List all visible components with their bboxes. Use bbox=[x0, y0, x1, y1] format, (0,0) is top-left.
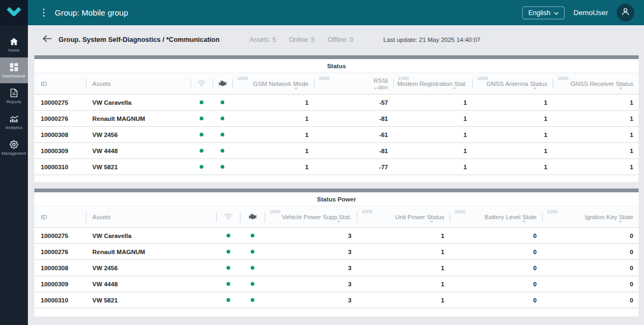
cell-rssi: -81 bbox=[314, 143, 393, 158]
sidebar-item-label: Analytics bbox=[5, 125, 23, 130]
column-label: GSM Network Mode bbox=[253, 81, 309, 87]
avatar[interactable] bbox=[617, 4, 634, 21]
status-ok-dot bbox=[200, 100, 203, 104]
sort-caret-icon bbox=[619, 82, 623, 92]
cell-engine bbox=[240, 244, 265, 259]
column-header-rssi[interactable]: 1000RSSIdBm bbox=[314, 73, 393, 94]
status-ok-dot bbox=[251, 298, 254, 302]
back-button[interactable] bbox=[42, 34, 53, 45]
cell-assets: VW 4448 bbox=[86, 143, 191, 158]
column-header-modem[interactable]: 1000Modem Registration Stat. bbox=[393, 73, 472, 94]
cell-bls: 0 bbox=[450, 276, 542, 292]
cell-ups: 1 bbox=[357, 260, 450, 276]
sidebar-item-reports[interactable]: Reports bbox=[0, 83, 28, 109]
table-row[interactable]: 10000275VW Caravella1-57111 bbox=[34, 95, 639, 111]
table-row[interactable]: 10000276Renault MAGNUM3100 bbox=[34, 244, 639, 260]
column-header-id[interactable]: ID bbox=[34, 206, 86, 227]
column-header-gnss_ant[interactable]: 1000GNSS Antenna Status bbox=[472, 73, 553, 94]
engine-column-header[interactable] bbox=[240, 206, 265, 227]
table-row[interactable]: 10000308VW 24561-61111 bbox=[34, 127, 639, 143]
column-header-bls[interactable]: 1000Battery Level State bbox=[450, 206, 542, 227]
arrow-left-icon bbox=[43, 35, 52, 44]
last-update: Last update: 21 May 2025 14:40:07 bbox=[383, 37, 480, 43]
engine-column-header[interactable] bbox=[213, 73, 232, 94]
column-header-gnss_recv[interactable]: 1000GNSS Receiver Status bbox=[553, 73, 639, 94]
cell-iks: 0 bbox=[542, 292, 639, 308]
cell-iks: 0 bbox=[542, 228, 639, 243]
scale-badge: 1000 bbox=[477, 76, 488, 81]
horizontal-scrollbar[interactable] bbox=[34, 189, 639, 192]
sort-caret-icon bbox=[619, 215, 623, 225]
user-name: DemoUser bbox=[573, 9, 608, 17]
column-header-gsm[interactable]: 1000GSM Network Mode bbox=[232, 73, 314, 94]
cell-engine bbox=[213, 127, 232, 142]
cell-vps: 3 bbox=[265, 244, 357, 259]
scale-badge: 1000 bbox=[237, 76, 248, 81]
engine-icon bbox=[248, 212, 257, 222]
cell-wifi bbox=[216, 228, 240, 243]
cell-engine bbox=[240, 228, 265, 243]
sidebar-item-home[interactable]: Home bbox=[0, 32, 28, 57]
status-ok-dot bbox=[226, 234, 230, 237]
status-ok-dot bbox=[221, 149, 224, 153]
sidebar-item-management[interactable]: Management bbox=[0, 135, 28, 161]
cell-assets: Renault MAGNUM bbox=[86, 111, 191, 126]
column-label: ID bbox=[41, 81, 47, 87]
sidebar-item-analytics[interactable]: Analytics bbox=[0, 109, 28, 135]
sort-caret-icon bbox=[430, 215, 434, 225]
cell-id: 10000309 bbox=[34, 276, 86, 292]
cell-vps: 3 bbox=[265, 228, 357, 243]
language-select[interactable]: English bbox=[522, 6, 565, 19]
status-power-section: Status PowerIDAssets1000Vehicle Power Su… bbox=[34, 189, 639, 316]
sidebar-item-label: Home bbox=[9, 48, 20, 53]
column-header-ups[interactable]: 1000Unit Power Status bbox=[357, 206, 450, 227]
status-ok-dot bbox=[221, 165, 224, 169]
sidebar-item-dashboards[interactable]: Dashboards bbox=[0, 57, 28, 83]
cell-assets: VW Caravella bbox=[86, 228, 216, 243]
cell-vps: 3 bbox=[265, 276, 357, 292]
column-label: Modem Registration Stat. bbox=[397, 81, 467, 87]
column-label: GNSS Receiver Status bbox=[570, 81, 633, 87]
toolbar: Group. System Self-Diagnostics / *Commun… bbox=[28, 25, 644, 54]
table-row[interactable]: 10000309VW 44481-81111 bbox=[34, 143, 639, 159]
wifi-column-header[interactable] bbox=[191, 73, 213, 94]
app-logo[interactable] bbox=[0, 0, 28, 25]
cell-id: 10000276 bbox=[34, 244, 86, 259]
horizontal-scrollbar[interactable] bbox=[34, 55, 639, 59]
scale-badge: 1000 bbox=[319, 76, 330, 81]
wifi-icon bbox=[197, 79, 206, 89]
cell-modem: 1 bbox=[393, 95, 472, 110]
cell-id: 10000310 bbox=[34, 292, 86, 308]
column-header-vps[interactable]: 1000Vehicle Power Supp.Stat. bbox=[265, 206, 357, 227]
table-row[interactable]: 10000310VW 58213100 bbox=[34, 292, 639, 308]
table-row[interactable]: 10000310VW 58211-77111 bbox=[34, 159, 639, 175]
column-header-iks[interactable]: 1000Ignition Key State bbox=[542, 206, 639, 227]
table-title: Status bbox=[34, 59, 639, 73]
table-title: Status Power bbox=[34, 192, 639, 206]
column-header-assets[interactable]: Assets bbox=[86, 206, 216, 227]
column-header-id[interactable]: ID bbox=[34, 73, 86, 94]
cell-engine bbox=[240, 276, 265, 292]
status-ok-dot bbox=[251, 234, 254, 237]
column-header-assets[interactable]: Assets bbox=[86, 73, 191, 94]
topbar-right: English DemoUser bbox=[522, 4, 634, 21]
table-row[interactable]: 10000276Renault MAGNUM1-81111 bbox=[34, 111, 639, 127]
column-label: Unit Power Status bbox=[395, 214, 444, 220]
table-row[interactable]: 10000309VW 44483100 bbox=[34, 276, 639, 292]
cell-wifi bbox=[216, 276, 240, 292]
cell-engine bbox=[240, 260, 265, 276]
breadcrumb: Group. System Self-Diagnostics / *Commun… bbox=[58, 36, 219, 44]
cell-gnss_recv: 1 bbox=[553, 159, 639, 175]
status-section: StatusIDAssets1000GSM Network Mode1000RS… bbox=[34, 55, 639, 182]
cell-gnss_recv: 1 bbox=[553, 111, 639, 126]
status-ok-dot bbox=[251, 266, 254, 270]
cell-gnss_ant: 1 bbox=[472, 95, 553, 110]
wifi-column-header[interactable] bbox=[216, 206, 240, 227]
status-ok-dot bbox=[226, 266, 230, 270]
table-header-row: IDAssets1000GSM Network Mode1000RSSIdBm1… bbox=[34, 73, 639, 95]
table-row[interactable]: 10000275VW Caravella3100 bbox=[34, 228, 639, 244]
status-ok-dot bbox=[226, 250, 230, 254]
cell-wifi bbox=[216, 292, 240, 308]
table-row[interactable]: 10000308VW 24563100 bbox=[34, 260, 639, 276]
kebab-menu-icon[interactable] bbox=[40, 9, 47, 17]
